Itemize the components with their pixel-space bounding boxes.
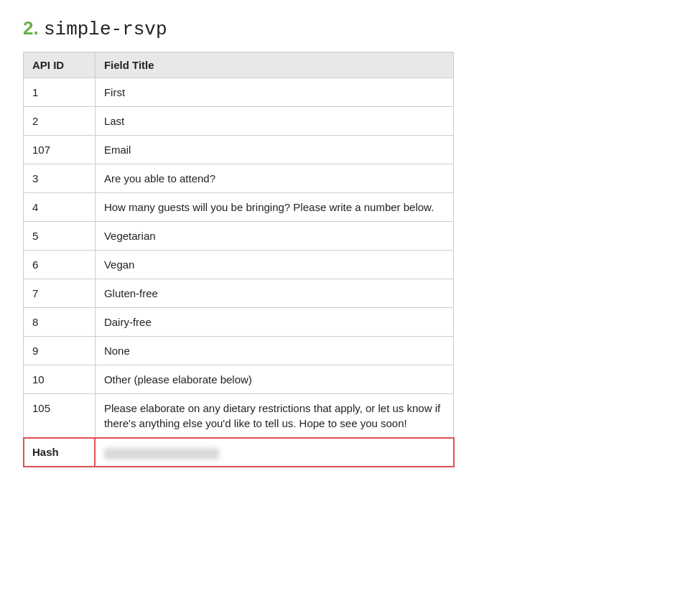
table-row: 9None (24, 337, 454, 365)
cell-api-id: 3 (24, 164, 96, 193)
cell-field-title: None (95, 337, 453, 365)
cell-api-id: 10 (24, 365, 96, 394)
cell-api-id: 8 (24, 308, 96, 337)
table-row: 6Vegan (24, 251, 454, 279)
cell-field-title: Other (please elaborate below) (95, 365, 453, 394)
table-row: Hash (24, 438, 454, 467)
cell-api-id: 1 (24, 78, 96, 107)
table-row: 4How many guests will you be bringing? P… (24, 193, 454, 222)
table-row: 8Dairy-free (24, 308, 454, 337)
page-title: 2. simple-rsvp (23, 17, 665, 40)
cell-api-id: 2 (24, 107, 96, 136)
cell-api-id: 4 (24, 193, 96, 222)
column-header-api-id: API ID (24, 52, 96, 78)
cell-field-title: First (95, 78, 453, 107)
fields-table: API ID Field Title 1First2Last107Email3A… (23, 52, 454, 467)
table-row: 107Email (24, 136, 454, 164)
table-row: 2Last (24, 107, 454, 136)
table-row: 7Gluten-free (24, 279, 454, 308)
table-row: 10Other (please elaborate below) (24, 365, 454, 394)
table-row: 3Are you able to attend? (24, 164, 454, 193)
cell-api-id: Hash (24, 438, 96, 467)
cell-field-title: Email (95, 136, 453, 164)
cell-field-title: Please elaborate on any dietary restrict… (95, 394, 453, 438)
cell-field-title: Are you able to attend? (95, 164, 453, 193)
cell-api-id: 7 (24, 279, 96, 308)
table-row: 1First (24, 78, 454, 107)
cell-api-id: 5 (24, 222, 96, 251)
cell-field-title: Dairy-free (95, 308, 453, 337)
cell-api-id: 105 (24, 394, 96, 438)
page-name: simple-rsvp (44, 19, 167, 40)
cell-api-id: 107 (24, 136, 96, 164)
cell-api-id: 6 (24, 251, 96, 279)
cell-field-title: Vegan (95, 251, 453, 279)
hash-value-redacted (104, 448, 219, 459)
column-header-field-title: Field Title (95, 52, 453, 78)
table-row: 105Please elaborate on any dietary restr… (24, 394, 454, 438)
table-row: 5Vegetarian (24, 222, 454, 251)
cell-field-title: How many guests will you be bringing? Pl… (95, 193, 453, 222)
cell-api-id: 9 (24, 337, 96, 365)
table-header-row: API ID Field Title (24, 52, 454, 78)
cell-field-title: Vegetarian (95, 222, 453, 251)
cell-field-title (95, 438, 453, 467)
page-number: 2. (23, 17, 39, 39)
cell-field-title: Last (95, 107, 453, 136)
cell-field-title: Gluten-free (95, 279, 453, 308)
